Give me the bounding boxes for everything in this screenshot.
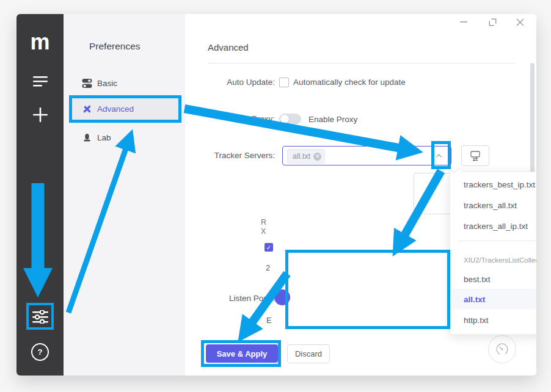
nav-item-label: Basic: [97, 79, 117, 88]
obscured-text: X: [261, 227, 266, 236]
proxy-label: Proxy:: [188, 114, 275, 123]
tracker-dropdown: trackers_best_ip.txt trackers_all.txt tr…: [450, 172, 536, 335]
dropdown-divider: [458, 241, 536, 241]
obscured-text: 2: [266, 263, 270, 272]
proxy-toggle[interactable]: [279, 114, 301, 125]
page: m: [0, 0, 551, 392]
lab-icon: [82, 132, 92, 143]
minimize-button[interactable]: [458, 16, 470, 28]
option-label: trackers_all.txt: [464, 201, 517, 210]
option-label: trackers_best_ip.txt: [464, 180, 535, 189]
option-label: best.txt: [464, 275, 491, 284]
task-list-icon: [33, 76, 48, 87]
app-window: m: [16, 14, 536, 376]
dropdown-option[interactable]: http.txt: [450, 310, 536, 330]
question-mark-icon: ?: [31, 343, 49, 361]
panel-title: Preferences: [89, 41, 140, 52]
dropdown-option-selected[interactable]: all.txt ✓: [450, 289, 536, 310]
auto-update-label: Auto Update:: [188, 78, 275, 87]
listen-ports-label: Listen Ports:: [188, 294, 275, 303]
divider: [208, 63, 515, 64]
speedometer-icon: [494, 341, 510, 357]
page-title: Advanced: [208, 42, 249, 53]
auto-update-checkbox[interactable]: [279, 78, 289, 87]
speed-limit-button[interactable]: [488, 335, 516, 363]
dropdown-group-label: XIU2/TrackersListCollection: [464, 254, 536, 266]
highlight-box-advanced: [69, 95, 181, 123]
option-label: trackers_all_ip.txt: [464, 222, 528, 231]
sync-icon: [470, 151, 481, 161]
maximize-button[interactable]: [486, 16, 498, 28]
option-label: all.txt: [464, 295, 485, 304]
task-list-button[interactable]: [16, 75, 64, 87]
help-button[interactable]: ?: [16, 344, 64, 360]
minimize-icon: [460, 21, 467, 23]
option-label: http.txt: [464, 316, 489, 325]
obscured-text: E: [266, 316, 272, 325]
app-logo: m: [16, 30, 64, 54]
highlight-box-dropdown-caret: [431, 141, 451, 169]
nav-item-label: Lab: [97, 133, 111, 142]
dropdown-option[interactable]: trackers_best_ip.txt: [450, 174, 536, 195]
close-button[interactable]: [514, 16, 526, 28]
preferences-nav: Preferences Basic Advanced: [64, 14, 185, 376]
selected-tag: all.txt ✕: [287, 149, 325, 164]
nav-item-lab[interactable]: Lab: [72, 127, 178, 148]
tag-label: all.txt: [293, 152, 310, 161]
obscured-text: R: [261, 218, 266, 227]
restore-icon: [489, 18, 497, 26]
auto-update-option-label[interactable]: Automatically check for update: [293, 78, 406, 87]
tracker-select[interactable]: all.txt ✕: [282, 146, 451, 165]
sync-trackers-button[interactable]: [461, 145, 489, 166]
highlight-box-tracker-group: [285, 250, 450, 329]
tracker-servers-label: Tracker Servers:: [188, 151, 275, 160]
dropdown-option[interactable]: trackers_all_ip.txt: [450, 216, 536, 236]
toggle-knob: [280, 115, 289, 123]
close-icon: [516, 18, 524, 26]
help-glyph: ?: [38, 347, 43, 357]
dropdown-option[interactable]: best.txt: [450, 269, 536, 289]
obscured-checkbox-checked[interactable]: ✓: [265, 243, 273, 252]
discard-button[interactable]: Discard: [287, 344, 330, 363]
plus-icon: [33, 107, 48, 122]
nav-item-basic[interactable]: Basic: [72, 73, 178, 94]
discard-label: Discard: [295, 349, 322, 358]
dropdown-option[interactable]: trackers_all.txt: [450, 195, 536, 216]
highlight-box-preferences-icon: [26, 303, 54, 330]
logo-m-icon: m: [30, 33, 49, 51]
proxy-option-label: Enable Proxy: [308, 115, 357, 124]
highlight-box-save-button: [201, 340, 281, 367]
tag-remove-icon[interactable]: ✕: [313, 153, 321, 161]
add-task-button[interactable]: [16, 107, 64, 123]
toggles-icon: [82, 78, 92, 89]
